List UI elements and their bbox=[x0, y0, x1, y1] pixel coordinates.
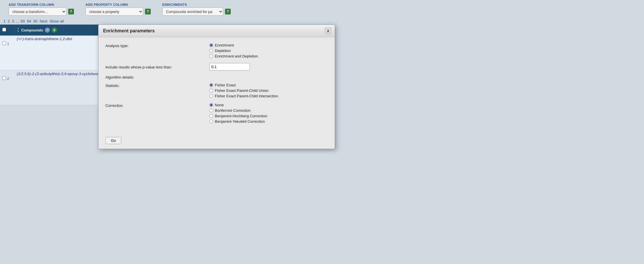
correction-bonferroni-label: Bonferroni Correction bbox=[215, 108, 251, 113]
analysis-type-label: Analysis type: bbox=[105, 43, 209, 48]
statistic-fisher-pcu-label: Fisher Exact Parent-Child Union bbox=[215, 88, 269, 93]
enrichments-label: ENRICHMENTS bbox=[162, 3, 231, 6]
statistic-fisher-label: Fisher Exact bbox=[215, 83, 236, 87]
statistic-fisher-pci-option[interactable]: Fisher Exact Parent-Child Intersection bbox=[209, 94, 278, 98]
add-column-button[interactable]: + bbox=[52, 27, 57, 33]
dialog-titlebar: Enrichment parameters X bbox=[98, 25, 335, 37]
enrichments-help-button[interactable]: ? bbox=[225, 9, 231, 14]
transform-row: choose a transform... ? bbox=[9, 8, 74, 16]
property-section: ADD PROPERTY COLUMN choose a property ? bbox=[85, 3, 151, 16]
correction-bonferroni-option[interactable]: Bonferroni Correction bbox=[209, 108, 267, 113]
analysis-enrichment-radio[interactable] bbox=[209, 43, 213, 47]
statistic-options: Fisher Exact Fisher Exact Parent-Child U… bbox=[209, 83, 278, 98]
enrichments-section: ENRICHMENTS Compounds enriched for pa ? bbox=[162, 3, 231, 16]
enrichment-dialog: Enrichment parameters X Analysis type: E… bbox=[98, 25, 335, 149]
correction-by-label: Benjamini-Yekutieli Correction bbox=[215, 119, 265, 124]
row2-compound-link[interactable]: (1/2,5,6)-2-(3-azibutylthio)-5,6-epoxy-3… bbox=[17, 72, 109, 76]
pagination-bar: 1 2 3 ... 93 94 95 Next Show all bbox=[0, 18, 644, 25]
row1-checkbox[interactable] bbox=[2, 41, 6, 45]
correction-bh-radio[interactable] bbox=[209, 114, 213, 118]
page-1-link[interactable]: 1 bbox=[3, 19, 5, 23]
property-label: ADD PROPERTY COLUMN bbox=[85, 3, 151, 6]
dialog-body: Analysis type: Enrichment Depletion E bbox=[98, 37, 335, 134]
statistic-fisher-option[interactable]: Fisher Exact bbox=[209, 83, 278, 87]
go-button[interactable]: Go bbox=[105, 137, 121, 144]
statistic-fisher-pcu-option[interactable]: Fisher Exact Parent-Child Union bbox=[209, 88, 278, 93]
page-ellipsis: ... bbox=[16, 19, 19, 23]
transform-help-button[interactable]: ? bbox=[68, 9, 74, 14]
page-93-link[interactable]: 93 bbox=[21, 19, 25, 23]
transform-label: ADD TRANSFORM COLUMN bbox=[9, 3, 74, 6]
dialog-overlay: Enrichment parameters X Analysis type: E… bbox=[98, 25, 335, 149]
correction-by-radio[interactable] bbox=[209, 120, 213, 123]
sort-icon: ▲▼ bbox=[17, 27, 20, 33]
analysis-both-label: Enrichment and Depletion bbox=[215, 54, 258, 58]
analysis-type-row: Analysis type: Enrichment Depletion E bbox=[105, 43, 328, 58]
row2-num: 2 bbox=[7, 77, 9, 81]
correction-none-label: None bbox=[215, 103, 224, 107]
statistic-fisher-pcu-radio[interactable] bbox=[209, 89, 213, 92]
correction-by-option[interactable]: Benjamini-Yekutieli Correction bbox=[209, 119, 267, 124]
th-checkbox bbox=[0, 25, 14, 36]
main-area: ▲▼ Compounds − + 1 (+/-)-trans-acenaphth… bbox=[0, 25, 644, 105]
property-help-button[interactable]: ? bbox=[145, 9, 151, 14]
row2-checkbox[interactable] bbox=[2, 76, 6, 80]
show-all-link[interactable]: Show all bbox=[50, 19, 64, 23]
correction-row: Correction None Bonferroni Correction bbox=[105, 103, 328, 124]
pvalue-row: Include results whose p-value less than: bbox=[105, 63, 328, 70]
correction-bh-option[interactable]: Benjamini-Hochberg Correction bbox=[209, 114, 267, 118]
enrichments-select[interactable]: Compounds enriched for pa bbox=[162, 8, 223, 16]
enrichments-row: Compounds enriched for pa ? bbox=[162, 8, 231, 16]
compounds-header-label: Compounds bbox=[21, 28, 43, 32]
pvalue-label: Include results whose p-value less than: bbox=[105, 64, 209, 69]
statistic-label: Statistic: bbox=[105, 83, 209, 88]
analysis-depletion-radio[interactable] bbox=[209, 49, 213, 53]
property-row: choose a property ? bbox=[85, 8, 151, 16]
correction-bonferroni-radio[interactable] bbox=[209, 109, 213, 112]
page-next-link[interactable]: Next bbox=[40, 19, 47, 23]
analysis-depletion-label: Depletion bbox=[215, 49, 231, 53]
page-3-link[interactable]: 3 bbox=[12, 19, 14, 23]
correction-options: None Bonferroni Correction Benjamini-Hoc… bbox=[209, 103, 267, 124]
remove-column-button[interactable]: − bbox=[45, 27, 50, 33]
top-toolbar: ADD TRANSFORM COLUMN choose a transform.… bbox=[0, 0, 644, 18]
correction-none-option[interactable]: None bbox=[209, 103, 267, 107]
row1-compound-link[interactable]: (+/-)-trans-acenaphthene-1,2-diol bbox=[17, 37, 72, 41]
statistic-fisher-pci-label: Fisher Exact Parent-Child Intersection bbox=[215, 94, 278, 98]
correction-label: Correction bbox=[105, 103, 209, 108]
row1-checkbox-cell: 1 bbox=[0, 36, 14, 70]
analysis-both-radio[interactable] bbox=[209, 54, 213, 58]
transform-section: ADD TRANSFORM COLUMN choose a transform.… bbox=[9, 3, 74, 16]
row2-checkbox-cell: 2 bbox=[0, 70, 14, 105]
analysis-enrichment-option[interactable]: Enrichment bbox=[209, 43, 258, 47]
select-all-checkbox[interactable] bbox=[2, 28, 6, 31]
analysis-both-option[interactable]: Enrichment and Depletion bbox=[209, 54, 258, 58]
analysis-enrichment-label: Enrichment bbox=[215, 43, 234, 47]
correction-none-radio[interactable] bbox=[209, 103, 213, 107]
dialog-footer: Go bbox=[98, 134, 335, 149]
dialog-title: Enrichment parameters bbox=[103, 28, 155, 34]
statistic-row: Statistic: Fisher Exact Fisher Exact Par… bbox=[105, 83, 328, 98]
page-2-link[interactable]: 2 bbox=[8, 19, 10, 23]
analysis-type-options: Enrichment Depletion Enrichment and Depl… bbox=[209, 43, 258, 58]
row1-num: 1 bbox=[7, 42, 9, 46]
statistic-fisher-pci-radio[interactable] bbox=[209, 94, 213, 98]
statistic-fisher-radio[interactable] bbox=[209, 83, 213, 87]
page-94-link[interactable]: 94 bbox=[27, 19, 31, 23]
property-select[interactable]: choose a property bbox=[85, 8, 143, 16]
analysis-depletion-option[interactable]: Depletion bbox=[209, 49, 258, 53]
page-95-link[interactable]: 95 bbox=[33, 19, 37, 23]
dialog-close-button[interactable]: X bbox=[325, 28, 331, 34]
transform-select[interactable]: choose a transform... bbox=[9, 8, 66, 16]
pvalue-input[interactable] bbox=[209, 63, 250, 70]
correction-bh-label: Benjamini-Hochberg Correction bbox=[215, 114, 267, 118]
algorithm-label: Algorithm details: bbox=[105, 75, 328, 79]
